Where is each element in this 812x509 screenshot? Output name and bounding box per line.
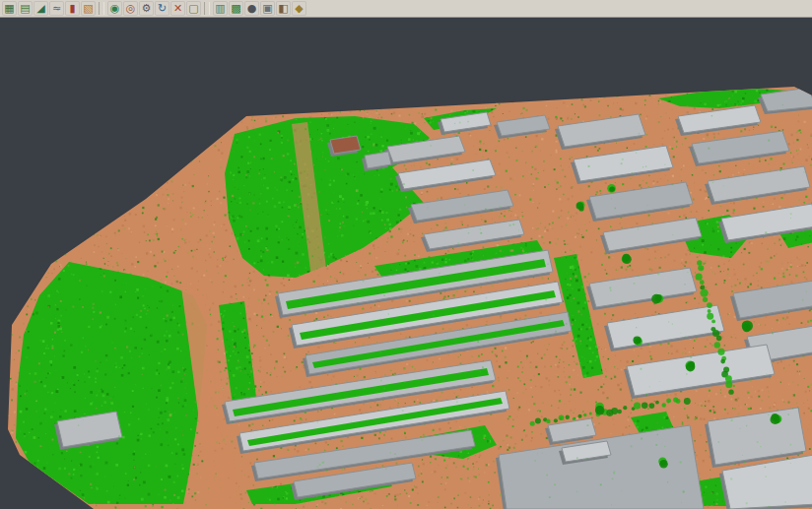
gear-icon[interactable]: ⚙ — [139, 1, 154, 16]
globe-icon[interactable]: ◉ — [107, 1, 122, 16]
info-icon[interactable]: ◆ — [292, 1, 306, 16]
sphere-icon[interactable]: ● — [244, 1, 259, 16]
app-window: ▦▤◢≈▮▧◉◎⚙↻✕▢▥▩●▣◧◆ — [0, 0, 812, 509]
rotate-view-icon[interactable]: ↻ — [155, 1, 169, 16]
histogram-icon[interactable]: ▥ — [213, 1, 228, 16]
viewport-3d[interactable] — [0, 18, 812, 509]
delete-icon[interactable]: ✕ — [170, 1, 185, 16]
terrain-icon[interactable]: ◢ — [34, 1, 48, 16]
add-layer-icon[interactable]: ▤ — [18, 1, 33, 16]
crosshair-icon[interactable]: ◎ — [123, 1, 138, 16]
toolbar: ▦▤◢≈▮▧◉◎⚙↻✕▢▥▩●▣◧◆ — [0, 0, 812, 18]
red-block-icon[interactable]: ▮ — [65, 1, 80, 16]
water-level-icon[interactable]: ≈ — [49, 1, 64, 16]
viewport-panel — [0, 18, 812, 509]
grid-layers-icon[interactable]: ▦ — [2, 1, 17, 16]
classify-icon[interactable]: ▩ — [229, 1, 243, 16]
toolbar-separator — [204, 2, 210, 15]
box-select-icon[interactable]: ▣ — [260, 1, 275, 16]
frame-icon[interactable]: ▢ — [186, 1, 201, 16]
snapshot-icon[interactable]: ◧ — [276, 1, 291, 16]
folder-open-icon[interactable]: ▧ — [81, 1, 96, 16]
toolbar-separator — [99, 2, 104, 15]
